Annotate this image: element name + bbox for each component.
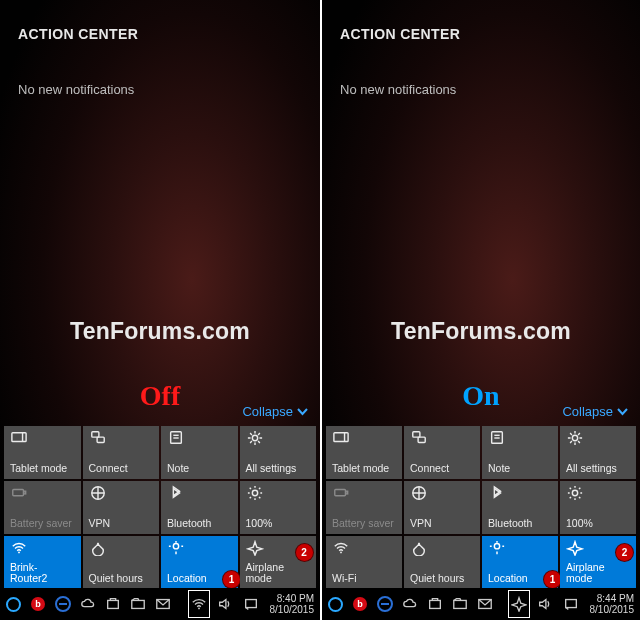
- tile-bluetooth[interactable]: Bluetooth: [161, 481, 238, 534]
- quiet-icon: [89, 540, 107, 556]
- collapse-label: Collapse: [562, 404, 613, 419]
- tile-tablet[interactable]: Tablet mode: [326, 426, 402, 479]
- svg-rect-19: [334, 433, 348, 442]
- tile-label: Location: [488, 573, 552, 585]
- taskbar-store-icon[interactable]: [424, 590, 446, 618]
- svg-rect-9: [24, 491, 26, 494]
- tile-location[interactable]: Location1: [482, 536, 558, 589]
- taskbar-cloud-icon[interactable]: [399, 590, 421, 618]
- vpn-icon: [410, 485, 428, 501]
- taskbar-cloud-icon[interactable]: [77, 590, 99, 618]
- taskbar-wifi-icon[interactable]: [188, 590, 210, 618]
- tile-label: Quiet hours: [410, 573, 474, 585]
- collapse-button[interactable]: Collapse: [242, 404, 308, 419]
- tile-note[interactable]: Note: [482, 426, 558, 479]
- taskbar-beats-icon[interactable]: b: [27, 590, 49, 618]
- svg-point-31: [340, 552, 342, 554]
- tile-label: Connect: [89, 463, 154, 475]
- svg-rect-22: [418, 437, 425, 442]
- tile-battery[interactable]: Battery saver: [4, 481, 81, 534]
- taskbar-volume-icon[interactable]: [214, 590, 236, 618]
- taskbar-cortana-icon[interactable]: [2, 590, 24, 618]
- tile-label: Battery saver: [10, 518, 75, 530]
- taskbar: b 8:40 PM 8/10/2015: [0, 588, 320, 620]
- tile-label: Tablet mode: [10, 463, 75, 475]
- tile-settings[interactable]: All settings: [240, 426, 317, 479]
- tile-wifi[interactable]: Wi-Fi: [326, 536, 402, 589]
- taskbar-edge-icon[interactable]: [52, 590, 74, 618]
- clock: 8:40 PM 8/10/2015: [266, 593, 319, 615]
- tile-connect[interactable]: Connect: [83, 426, 160, 479]
- watermark-text: TenForums.com: [70, 318, 250, 345]
- svg-rect-14: [108, 600, 119, 608]
- svg-rect-15: [132, 600, 144, 608]
- tile-label: Connect: [410, 463, 474, 475]
- vpn-icon: [89, 485, 107, 501]
- tile-vpn[interactable]: VPN: [404, 481, 480, 534]
- tile-location[interactable]: Location1: [161, 536, 238, 589]
- date-text: 8/10/2015: [590, 604, 635, 615]
- bluetooth-icon: [488, 485, 506, 501]
- brightness-icon: [246, 485, 264, 501]
- clock: 8:44 PM 8/10/2015: [586, 593, 639, 615]
- tile-wifi[interactable]: Brink-Router2: [4, 536, 81, 589]
- time-text: 8:40 PM: [270, 593, 315, 604]
- svg-rect-34: [454, 600, 466, 608]
- location-icon: [167, 540, 185, 556]
- svg-point-11: [252, 490, 257, 495]
- annotation-badge: 2: [616, 544, 633, 561]
- taskbar-mail-icon[interactable]: [474, 590, 496, 618]
- collapse-button[interactable]: Collapse: [562, 404, 628, 419]
- taskbar-volume-icon[interactable]: [534, 590, 556, 618]
- tile-connect[interactable]: Connect: [404, 426, 480, 479]
- panel-left: ACTION CENTER No new notifications TenFo…: [0, 0, 320, 620]
- state-label-off: Off: [140, 380, 180, 412]
- svg-rect-28: [346, 491, 348, 494]
- tile-label: All settings: [566, 463, 630, 475]
- tile-label: Battery saver: [332, 518, 396, 530]
- tile-vpn[interactable]: VPN: [83, 481, 160, 534]
- svg-rect-0: [12, 433, 26, 442]
- tile-label: Tablet mode: [332, 463, 396, 475]
- taskbar-left: b: [2, 590, 174, 618]
- taskbar-ac-icon[interactable]: [560, 590, 582, 618]
- tile-bluetooth[interactable]: Bluetooth: [482, 481, 558, 534]
- tile-tablet[interactable]: Tablet mode: [4, 426, 81, 479]
- taskbar-cortana-icon[interactable]: [324, 590, 346, 618]
- chevron-down-icon: [617, 406, 628, 417]
- tile-label: Note: [488, 463, 552, 475]
- taskbar-ac-icon[interactable]: [240, 590, 262, 618]
- svg-rect-8: [13, 489, 24, 495]
- tile-note[interactable]: Note: [161, 426, 238, 479]
- taskbar-right: 8:44 PM 8/10/2015: [508, 590, 639, 618]
- taskbar-mail-icon[interactable]: [152, 590, 174, 618]
- taskbar-explorer-icon[interactable]: [127, 590, 149, 618]
- tile-label: 100%: [566, 518, 630, 530]
- action-center-title: ACTION CENTER: [18, 26, 138, 42]
- tile-label: Wi-Fi: [332, 573, 396, 585]
- tile-brightness[interactable]: 100%: [240, 481, 317, 534]
- tile-battery[interactable]: Battery saver: [326, 481, 402, 534]
- tablet-icon: [10, 430, 28, 446]
- watermark-text: TenForums.com: [391, 318, 571, 345]
- tile-quiet[interactable]: Quiet hours: [83, 536, 160, 589]
- taskbar-airplane-icon[interactable]: [508, 590, 530, 618]
- location-icon: [488, 540, 506, 556]
- tile-airplane[interactable]: Airplane mode2: [560, 536, 636, 589]
- tile-brightness[interactable]: 100%: [560, 481, 636, 534]
- taskbar-beats-icon[interactable]: b: [349, 590, 371, 618]
- tile-quiet[interactable]: Quiet hours: [404, 536, 480, 589]
- annotation-badge: 1: [544, 571, 561, 588]
- tile-settings[interactable]: All settings: [560, 426, 636, 479]
- annotation-badge: 2: [296, 544, 313, 561]
- svg-point-30: [572, 490, 577, 495]
- tile-airplane[interactable]: Airplane mode2: [240, 536, 317, 589]
- taskbar-store-icon[interactable]: [102, 590, 124, 618]
- svg-point-7: [252, 435, 257, 440]
- panel-right: ACTION CENTER No new notifications TenFo…: [320, 0, 640, 620]
- svg-rect-21: [413, 432, 420, 437]
- note-icon: [167, 430, 185, 446]
- svg-rect-3: [97, 437, 104, 442]
- taskbar-explorer-icon[interactable]: [449, 590, 471, 618]
- taskbar-edge-icon[interactable]: [374, 590, 396, 618]
